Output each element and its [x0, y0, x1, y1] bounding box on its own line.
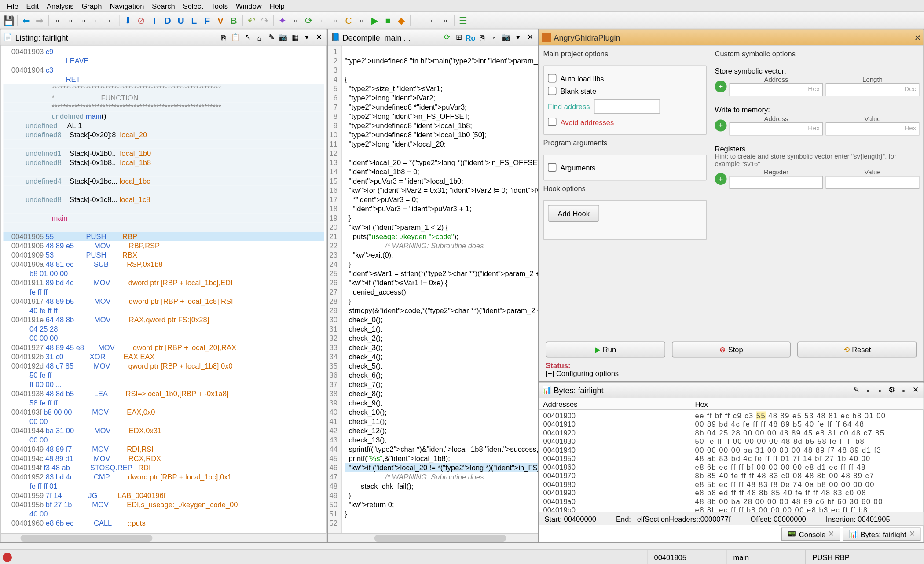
bytes-body[interactable]: 00401900ee ff bf ff c9 c3 55 48 89 e5 53… — [539, 410, 924, 512]
reset-button[interactable]: ⟲Reset — [798, 342, 917, 358]
tool-icon[interactable]: ▫ — [51, 14, 63, 26]
camera-icon[interactable]: 📷 — [278, 32, 289, 43]
tool-icon[interactable]: ▫ — [356, 14, 368, 26]
reg-value-input[interactable] — [826, 176, 920, 189]
bytes-tab[interactable]: 📊Bytes: fairlight✕ — [843, 527, 920, 541]
status-label: Status: — [546, 361, 571, 369]
diamond-icon[interactable]: ◆ — [396, 14, 407, 26]
letter-l-icon[interactable]: L — [188, 14, 200, 26]
tool-icon[interactable]: ▫ — [65, 14, 77, 26]
letter-f-icon[interactable]: F — [202, 14, 213, 26]
stop-icon[interactable]: ⊘ — [136, 14, 147, 26]
tool-icon[interactable]: ▫ — [91, 14, 103, 26]
main-toolbar: 💾 ⬅ ➡ ▫ ▫ ▫ ▫ ▫ ⬇ ⊘ I D U L F V B ↶ ↷ ✦ … — [0, 12, 924, 29]
vec-address-input[interactable]: Hex — [730, 83, 823, 96]
mem-address-input[interactable]: Hex — [730, 122, 823, 136]
menu-window[interactable]: Window — [232, 2, 266, 10]
tool-icon[interactable]: ▫ — [104, 14, 116, 26]
store-vec-label: Store symbolic vector: — [715, 67, 920, 75]
edit-icon[interactable]: ✎ — [266, 32, 277, 43]
value-header: Value — [826, 115, 920, 122]
menu-help[interactable]: Help — [266, 2, 289, 10]
tool-icon[interactable]: ▫ — [863, 385, 873, 395]
tool-icon[interactable]: ▫ — [316, 14, 328, 26]
tool-icon[interactable]: ▫ — [426, 14, 438, 26]
tool-icon[interactable]: C — [343, 14, 355, 26]
copy-icon[interactable]: ⎘ — [219, 32, 229, 43]
listing-body[interactable]: 00401903 c9 LEAVE 00401904 c3 RET ******… — [1, 46, 327, 533]
listing-scroll-x[interactable] — [1, 533, 327, 542]
tool-icon[interactable]: ⟳ — [303, 14, 315, 26]
tool-icon[interactable]: ▫ — [898, 385, 909, 395]
run-button[interactable]: ▶Run — [546, 342, 665, 358]
mem-value-input[interactable]: Hex — [826, 122, 920, 136]
close-icon[interactable]: ✕ — [909, 530, 915, 538]
letter-u-icon[interactable]: U — [175, 14, 187, 26]
letter-d-icon[interactable]: D — [162, 14, 174, 26]
ro-toggle[interactable]: Ro — [466, 32, 476, 43]
address-header: Address — [730, 115, 823, 122]
home-icon[interactable]: ⌂ — [254, 32, 265, 43]
close-icon[interactable]: ✕ — [910, 385, 921, 395]
blank-state-checkbox[interactable] — [548, 87, 557, 96]
redo-icon[interactable]: ↷ — [259, 14, 271, 26]
decompile-body[interactable]: 1234567891011121314151617181920212223242… — [328, 46, 538, 533]
letter-v-icon[interactable]: V — [215, 14, 227, 26]
auto-load-checkbox[interactable] — [548, 74, 557, 83]
undo-icon[interactable]: ↶ — [246, 14, 257, 26]
menu-edit[interactable]: Edit — [22, 2, 43, 10]
camera-icon[interactable]: 📷 — [501, 32, 512, 43]
tool-icon[interactable]: ▫ — [440, 14, 451, 26]
find-addr-input[interactable] — [594, 99, 660, 114]
graph-icon[interactable]: ⊞ — [454, 32, 464, 43]
forward-icon[interactable]: ➡ — [34, 14, 46, 26]
menu-select[interactable]: Select — [179, 2, 207, 10]
dropdown-icon[interactable]: ▾ — [513, 32, 524, 43]
tool-icon[interactable]: ▫ — [78, 14, 90, 26]
close-icon[interactable]: ✕ — [914, 33, 921, 42]
script-icon[interactable]: ☰ — [458, 14, 469, 26]
copy-icon[interactable]: ⎘ — [477, 32, 488, 43]
stop-button[interactable]: ⊗Stop — [672, 342, 791, 358]
refresh-icon[interactable]: ⟳ — [442, 32, 452, 43]
field-icon[interactable]: ▦ — [290, 32, 301, 43]
edit-icon[interactable]: ✎ — [851, 385, 862, 395]
decompile-code[interactable]: "type2">undefined8 "fn hl">main("type2">… — [342, 46, 538, 533]
letter-i-icon[interactable]: I — [149, 14, 161, 26]
letter-b-icon[interactable]: B — [228, 14, 240, 26]
tool-icon[interactable]: ▫ — [330, 14, 341, 26]
settings-icon[interactable]: ⚙ — [887, 385, 897, 395]
dropdown-icon[interactable]: ▾ — [302, 32, 312, 43]
reg-name-input[interactable] — [730, 176, 823, 189]
stop2-icon[interactable]: ■ — [382, 14, 394, 26]
close-icon[interactable]: ✕ — [828, 530, 834, 538]
play-icon[interactable]: ▶ — [369, 14, 381, 26]
add-vector-button[interactable]: + — [715, 80, 727, 92]
back-icon[interactable]: ⬅ — [21, 14, 33, 26]
tool-icon[interactable]: ▫ — [875, 385, 885, 395]
menu-search[interactable]: Search — [148, 2, 179, 10]
decompile-scroll-x[interactable] — [328, 533, 538, 542]
menu-file[interactable]: File — [3, 2, 22, 10]
cursor-icon[interactable]: ↖ — [242, 32, 253, 43]
avoid-addr-checkbox[interactable] — [548, 118, 557, 126]
tool-icon[interactable]: ▫ — [290, 14, 302, 26]
tool-icon[interactable]: ▫ — [413, 14, 425, 26]
menu-graph[interactable]: Graph — [78, 2, 106, 10]
menu-tools[interactable]: Tools — [207, 2, 232, 10]
save-icon[interactable]: 💾 — [3, 14, 15, 26]
menu-navigation[interactable]: Navigation — [106, 2, 148, 10]
add-mem-button[interactable]: + — [715, 119, 727, 131]
down-icon[interactable]: ⬇ — [122, 14, 134, 26]
console-tab[interactable]: 📟Console✕ — [781, 527, 840, 541]
add-hook-button[interactable]: Add Hook — [548, 205, 599, 222]
settings-icon[interactable]: ▫ — [489, 32, 500, 43]
paste-icon[interactable]: 📋 — [231, 32, 241, 43]
menu-analysis[interactable]: Analysis — [43, 2, 77, 10]
add-reg-button[interactable]: + — [715, 173, 727, 184]
wand-icon[interactable]: ✦ — [277, 14, 289, 26]
close-icon[interactable]: ✕ — [525, 32, 535, 43]
vec-length-input[interactable]: Dec — [826, 83, 920, 96]
close-icon[interactable]: ✕ — [314, 32, 324, 43]
arguments-checkbox[interactable] — [548, 163, 557, 172]
